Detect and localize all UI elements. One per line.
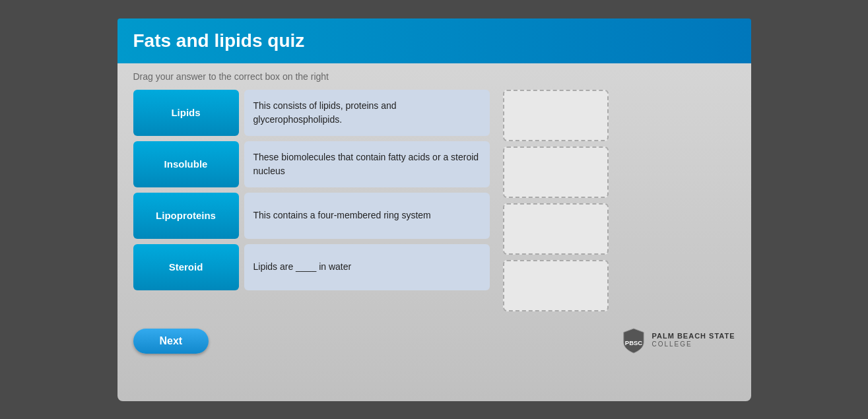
description-box-0: This consists of lipids, proteins and gl… <box>244 90 490 136</box>
description-box-1: These biomolecules that contain fatty ac… <box>244 141 490 187</box>
drop-box-1[interactable] <box>503 146 609 198</box>
term-button-1[interactable]: Insoluble <box>133 141 239 187</box>
drop-box-0[interactable] <box>503 90 609 141</box>
description-box-2: This contains a four-membered ring syste… <box>244 193 490 239</box>
term-button-3[interactable]: Steroid <box>133 244 239 290</box>
quiz-row: InsolubleThese biomolecules that contain… <box>133 141 490 187</box>
description-box-3: Lipids are ____ in water <box>244 244 490 290</box>
logo-college: College <box>652 340 735 348</box>
left-panel: LipidsThis consists of lipids, proteins … <box>133 90 490 311</box>
pbsc-logo-icon: PBSC <box>622 327 646 354</box>
svg-text:PBSC: PBSC <box>624 338 642 346</box>
quiz-row: LipoproteinsThis contains a four-membere… <box>133 193 490 239</box>
drop-box-3[interactable] <box>503 260 609 311</box>
quiz-area: LipidsThis consists of lipids, proteins … <box>117 90 751 311</box>
main-container: Fats and lipids quiz Drag your answer to… <box>117 18 751 401</box>
title-bar: Fats and lipids quiz <box>117 18 751 63</box>
logo-name: Palm Beach State <box>652 332 735 340</box>
quiz-row: LipidsThis consists of lipids, proteins … <box>133 90 490 136</box>
logo-text: Palm Beach State College <box>652 332 735 348</box>
drop-box-2[interactable] <box>503 203 609 255</box>
page-title: Fats and lipids quiz <box>133 30 735 51</box>
right-panel <box>503 90 735 311</box>
instructions-text: Drag your answer to the correct box on t… <box>117 71 751 90</box>
logo-area: PBSC Palm Beach State College <box>622 327 735 354</box>
quiz-row: SteroidLipids are ____ in water <box>133 244 490 290</box>
term-button-2[interactable]: Lipoproteins <box>133 193 239 239</box>
bottom-area: Next PBSC Palm Beach State College <box>117 317 751 354</box>
term-button-0[interactable]: Lipids <box>133 90 239 136</box>
next-button[interactable]: Next <box>133 329 209 354</box>
